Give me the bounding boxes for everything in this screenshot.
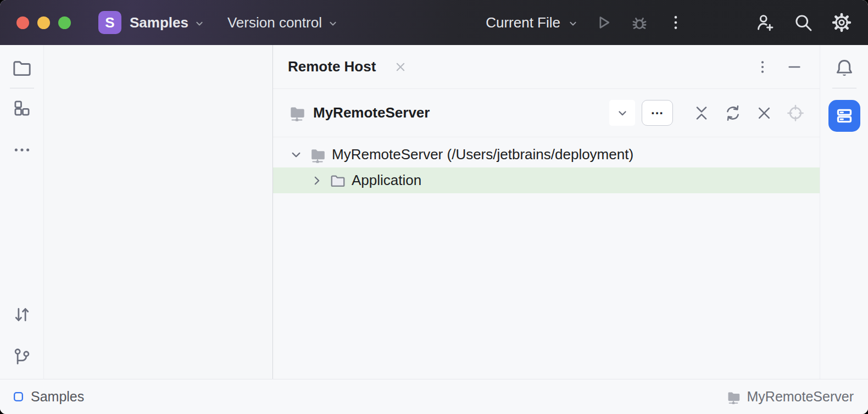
server-dropdown-button[interactable]: [609, 100, 635, 126]
collapse-all-icon: [693, 104, 710, 122]
chevron-right-icon: [309, 173, 325, 188]
minimize-window-button[interactable]: [37, 16, 50, 29]
gear-icon: [832, 13, 852, 32]
toolwindow-title: Remote Host: [288, 58, 376, 75]
browse-server-config-button[interactable]: ...: [642, 100, 673, 126]
collapse-all-button[interactable]: [689, 101, 714, 125]
window-controls: [16, 16, 71, 29]
settings-button[interactable]: [830, 10, 854, 35]
target-crosshair-icon: [787, 104, 804, 122]
tree-row-application[interactable]: Application: [273, 167, 820, 193]
right-toolwindow-strip: [820, 45, 868, 379]
folder-icon: [330, 172, 346, 189]
statusbar: Samples MyRemoteServer: [0, 379, 868, 414]
vcs-menu[interactable]: Version control: [227, 14, 339, 31]
close-window-button[interactable]: [16, 16, 29, 29]
kebab-menu-icon: [754, 59, 771, 75]
expand-node-toggle[interactable]: [308, 171, 326, 190]
locate-file-button[interactable]: [783, 101, 808, 125]
ide-window: S Samples Version control Current File: [0, 0, 868, 414]
project-name: Samples: [130, 14, 188, 31]
kebab-menu-icon: [667, 14, 685, 31]
statusbar-project-label: Samples: [31, 389, 84, 405]
strip-divider: [10, 88, 34, 88]
search-icon: [793, 13, 813, 32]
remote-file-tree: MyRemoteServer (/Users/jetbrains/deploym…: [273, 137, 820, 379]
tree-node-label: MyRemoteServer (/Users/jetbrains/deploym…: [332, 146, 633, 163]
more-toolwindows-button[interactable]: [9, 137, 35, 163]
remote-server-icon: [309, 146, 326, 164]
statusbar-server-label: MyRemoteServer: [747, 389, 854, 405]
remote-server-icon: [288, 104, 306, 122]
close-icon: [393, 60, 408, 74]
run-configuration-selector[interactable]: Current File: [486, 14, 579, 31]
minimize-icon: [786, 59, 803, 75]
remote-host-toolwindow-button[interactable]: [828, 100, 860, 132]
close-x-icon: [755, 104, 773, 122]
project-menu[interactable]: Samples: [130, 14, 205, 31]
titlebar-right-actions: [753, 10, 854, 35]
bug-icon: [630, 13, 649, 32]
chevron-down-icon: [193, 18, 205, 30]
git-toolwindow-button[interactable]: [9, 344, 35, 369]
debug-button[interactable]: [627, 10, 652, 35]
chevron-down-icon: [567, 18, 579, 30]
tree-node-label: Application: [352, 172, 421, 189]
disconnect-button[interactable]: [752, 101, 776, 125]
toolwindow-options-button[interactable]: [750, 55, 775, 79]
vcs-menu-label: Version control: [227, 14, 322, 31]
statusbar-server-widget[interactable]: MyRemoteServer: [726, 389, 854, 405]
project-badge[interactable]: S: [98, 11, 121, 34]
refresh-icon: [724, 104, 742, 122]
tree-row-server-root[interactable]: MyRemoteServer (/Users/jetbrains/deploym…: [273, 142, 820, 167]
statusbar-project-widget[interactable]: Samples: [12, 389, 84, 405]
hide-toolwindow-button[interactable]: [782, 55, 806, 79]
workspace-icon: [12, 390, 25, 403]
remote-host-toolbar: MyRemoteServer ...: [273, 89, 820, 137]
transfer-toolwindow-button[interactable]: [9, 302, 35, 327]
project-panel: [44, 45, 272, 379]
project-toolwindow-button[interactable]: [9, 55, 35, 81]
chevron-down-icon: [615, 105, 630, 121]
play-icon: [594, 13, 613, 32]
structure-toolwindow-button[interactable]: [9, 96, 35, 121]
swap-vertical-icon: [13, 305, 31, 324]
run-button[interactable]: [591, 10, 615, 35]
server-name: MyRemoteServer: [313, 104, 430, 121]
code-with-me-button[interactable]: [753, 10, 777, 35]
remote-host-toolwindow: Remote Host: [272, 45, 820, 379]
chevron-down-icon: [327, 18, 339, 30]
structure-icon: [13, 99, 31, 118]
main-area: Remote Host: [0, 45, 868, 379]
titlebar: S Samples Version control Current File: [0, 0, 868, 45]
bell-icon: [834, 58, 854, 78]
run-widget: Current File: [486, 10, 688, 35]
folder-icon: [12, 58, 32, 78]
git-branch-icon: [13, 347, 31, 366]
chevron-down-icon: [288, 147, 304, 163]
left-toolwindow-strip: [0, 45, 44, 379]
toolwindow-header: Remote Host: [273, 45, 820, 89]
more-horizontal-icon: [13, 141, 31, 159]
search-everywhere-button[interactable]: [791, 10, 815, 35]
add-user-icon: [755, 13, 775, 32]
run-configuration-label: Current File: [486, 14, 560, 31]
refresh-button[interactable]: [721, 101, 745, 125]
remote-server-icon: [726, 389, 741, 405]
server-stack-icon: [835, 107, 854, 125]
more-actions-button[interactable]: [664, 10, 688, 35]
close-tab-button[interactable]: [391, 58, 410, 76]
strip-divider: [832, 88, 856, 88]
notifications-button[interactable]: [832, 55, 857, 81]
zoom-window-button[interactable]: [58, 16, 71, 29]
collapse-node-toggle[interactable]: [287, 146, 305, 164]
